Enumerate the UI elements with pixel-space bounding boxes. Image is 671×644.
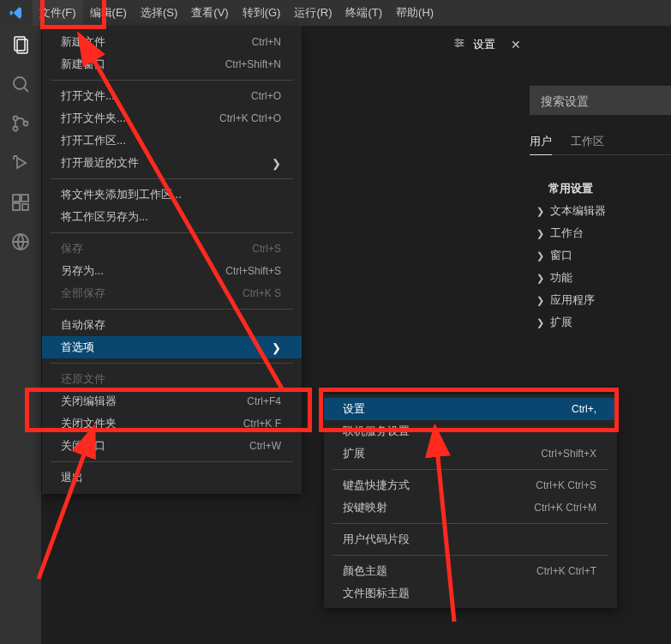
svg-marker-7 (17, 158, 26, 168)
menu-item-shortcut: Ctrl+S (252, 243, 281, 255)
menu-item-label: 文件图标主题 (343, 586, 596, 601)
nav-common-head[interactable]: 常用设置 (548, 178, 671, 200)
nav-editor[interactable]: ❯文本编辑器 (535, 200, 671, 222)
settings-search-input[interactable]: 搜索设置 (530, 86, 671, 115)
menu-item-label: 关闭文件夹 (61, 416, 243, 431)
extensions-icon[interactable] (9, 190, 33, 214)
nav-application[interactable]: ❯应用程序 (535, 289, 671, 311)
editor-tab[interactable]: 设置 ✕ (452, 36, 526, 52)
remote-icon[interactable] (9, 230, 33, 254)
menu-item-label: 新建窗口 (61, 57, 225, 72)
debug-icon[interactable] (9, 151, 33, 175)
file-menu-dropdown: 新建文件Ctrl+N新建窗口Ctrl+Shift+N打开文件...Ctrl+O打… (42, 26, 302, 494)
file-menu-item-20[interactable]: 关闭文件夹Ctrl+K F (42, 412, 302, 435)
prefs-menu-item-2[interactable]: 扩展Ctrl+Shift+X (324, 442, 617, 465)
file-menu-item-12[interactable]: 另存为...Ctrl+Shift+S (42, 260, 302, 282)
file-menu-item-5[interactable]: 打开工作区... (42, 129, 302, 152)
menu-item-label: 退出 (61, 470, 281, 485)
nav-extensions[interactable]: ❯扩展 (535, 311, 671, 334)
chevron-right-icon: ❯ (535, 250, 545, 262)
menu-item-label: 设置 (343, 401, 572, 417)
menu-item-label: 联机服务设置 (343, 424, 596, 439)
menu-item-label: 打开文件夹... (61, 111, 219, 126)
menu-item-shortcut: Ctrl+W (249, 440, 281, 452)
menu-item-shortcut: Ctrl+K Ctrl+M (534, 502, 596, 514)
svg-rect-9 (21, 195, 28, 202)
file-menu-item-9[interactable]: 将工作区另存为... (42, 206, 302, 228)
file-menu-item-18: 还原文件 (42, 368, 302, 390)
gear-icon (452, 36, 466, 52)
menu-item-label: 关闭窗口 (61, 438, 249, 454)
menu-item-label: 键盘快捷方式 (343, 478, 536, 493)
svg-rect-11 (22, 204, 28, 210)
menu-item-label: 保存 (61, 241, 252, 256)
menu-help[interactable]: 帮助(H) (389, 0, 440, 26)
menu-file[interactable]: 文件(F) (33, 0, 83, 26)
nav-workbench[interactable]: ❯工作台 (535, 222, 671, 244)
settings-scope-tabs: 用户 工作区 (530, 134, 671, 155)
menu-view[interactable]: 查看(V) (184, 0, 235, 26)
file-menu-item-16[interactable]: 首选项❯ (42, 336, 302, 358)
file-menu-item-1[interactable]: 新建窗口Ctrl+Shift+N (42, 53, 302, 75)
menu-item-label: 关闭编辑器 (61, 394, 247, 409)
file-menu-item-8[interactable]: 将文件夹添加到工作区... (42, 184, 302, 206)
nav-window[interactable]: ❯窗口 (535, 244, 671, 267)
prefs-menu-item-10[interactable]: 文件图标主题 (324, 582, 617, 605)
prefs-menu-item-5[interactable]: 按键映射Ctrl+K Ctrl+M (324, 497, 617, 519)
menu-edit[interactable]: 编辑(E) (83, 0, 134, 26)
menu-item-label: 将工作区另存为... (61, 209, 281, 225)
chevron-right-icon: ❯ (535, 295, 545, 306)
scope-workspace[interactable]: 工作区 (571, 134, 604, 155)
file-menu-item-19[interactable]: 关闭编辑器Ctrl+F4 (42, 390, 302, 412)
menu-go[interactable]: 转到(G) (236, 0, 288, 26)
menu-bar: 文件(F) 编辑(E) 选择(S) 查看(V) 转到(G) 运行(R) 终端(T… (0, 0, 671, 26)
menu-item-label: 用户代码片段 (343, 532, 596, 547)
prefs-menu-item-9[interactable]: 颜色主题Ctrl+K Ctrl+T (324, 560, 617, 582)
svg-point-18 (457, 45, 459, 47)
file-menu-item-15[interactable]: 自动保存 (42, 314, 302, 336)
file-menu-item-11: 保存Ctrl+S (42, 238, 302, 260)
file-menu-item-6[interactable]: 打开最近的文件❯ (42, 152, 302, 174)
file-menu-item-3[interactable]: 打开文件...Ctrl+O (42, 85, 302, 107)
prefs-menu-separator (333, 469, 608, 470)
svg-point-4 (14, 117, 18, 121)
prefs-menu-item-0[interactable]: 设置Ctrl+, (324, 398, 617, 420)
scope-user[interactable]: 用户 (530, 134, 552, 155)
prefs-menu-separator (333, 523, 608, 524)
menu-select[interactable]: 选择(S) (134, 0, 184, 26)
svg-point-5 (14, 127, 18, 131)
file-menu-item-23[interactable]: 退出 (42, 466, 302, 489)
nav-features[interactable]: ❯功能 (535, 267, 671, 289)
explorer-icon[interactable] (9, 33, 33, 57)
file-menu-item-0[interactable]: 新建文件Ctrl+N (42, 31, 302, 53)
file-menu-separator (51, 461, 293, 462)
menu-item-label: 按键映射 (343, 500, 534, 515)
menu-item-label: 打开工作区... (61, 133, 281, 148)
menu-item-shortcut: Ctrl+K Ctrl+O (219, 112, 281, 124)
menu-terminal[interactable]: 终端(T) (338, 0, 389, 26)
menu-run[interactable]: 运行(R) (287, 0, 338, 26)
svg-line-3 (24, 87, 28, 92)
menu-item-label: 首选项 (61, 340, 271, 355)
settings-body: 搜索设置 用户 工作区 常用设置 ❯文本编辑器 ❯工作台 ❯窗口 ❯功能 ❯应用… (530, 86, 671, 334)
file-menu-item-4[interactable]: 打开文件夹...Ctrl+K Ctrl+O (42, 107, 302, 129)
prefs-menu-item-1[interactable]: 联机服务设置 (324, 420, 617, 442)
vscode-logo-icon (9, 5, 24, 21)
search-icon[interactable] (9, 72, 33, 96)
menu-item-label: 扩展 (343, 446, 541, 461)
menu-item-shortcut: Ctrl+N (252, 36, 281, 48)
file-menu-item-21[interactable]: 关闭窗口Ctrl+W (42, 435, 302, 457)
file-menu-separator (51, 232, 293, 233)
prefs-menu-item-4[interactable]: 键盘快捷方式Ctrl+K Ctrl+S (324, 474, 617, 497)
svg-point-2 (14, 77, 26, 89)
tab-close-button[interactable]: ✕ (506, 38, 526, 51)
chevron-right-icon: ❯ (535, 273, 545, 284)
menu-item-label: 另存为... (61, 263, 225, 279)
chevron-right-icon: ❯ (535, 317, 545, 328)
menu-item-label: 全部保存 (61, 286, 243, 301)
menu-item-shortcut: Ctrl+Shift+S (225, 265, 281, 277)
prefs-menu-item-7[interactable]: 用户代码片段 (324, 528, 617, 551)
file-menu-separator (51, 363, 293, 364)
menu-item-shortcut: Ctrl+Shift+X (541, 448, 596, 460)
scm-icon[interactable] (9, 111, 33, 135)
